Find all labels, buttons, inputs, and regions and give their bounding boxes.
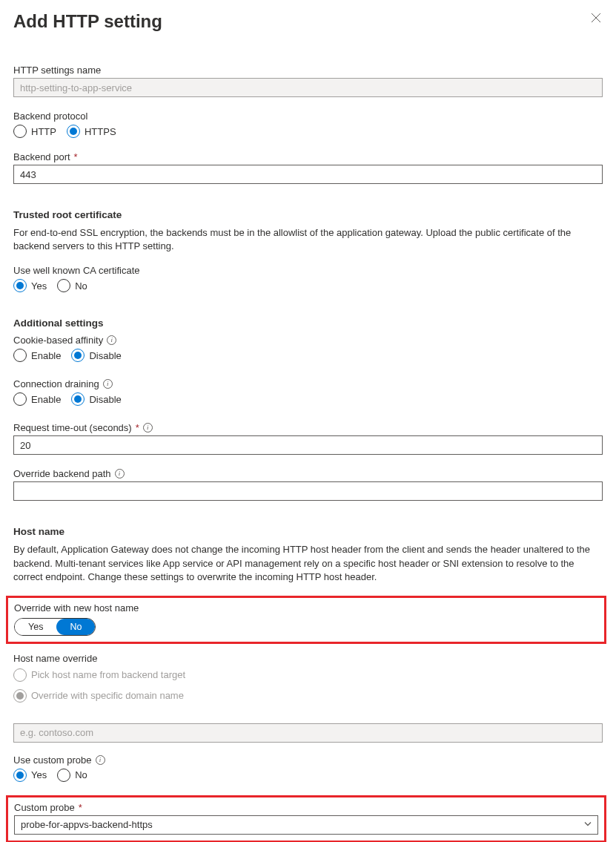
info-icon[interactable]: i [107,335,116,345]
use-probe-no-label: No [75,769,87,780]
toggle-yes[interactable]: Yes [15,619,56,635]
hostname-title: Host name [13,526,603,537]
info-icon[interactable]: i [143,423,153,432]
toggle-no[interactable]: No [56,619,95,635]
trusted-root-desc: For end-to-end SSL encryption, the backe… [13,226,603,253]
backend-port-label: Backend port* [13,151,603,162]
override-hostname-label: Override with new host name [14,602,598,614]
override-path-label: Override backend path i [13,468,603,479]
use-custom-probe-label: Use custom probe i [13,754,603,766]
use-ca-label: Use well known CA certificate [13,265,603,276]
custom-probe-highlight: Custom probe* [6,795,606,842]
hostname-desc: By default, Application Gateway does not… [13,543,603,584]
use-probe-yes-radio[interactable]: Yes [13,769,47,782]
page-title: Add HTTP setting [13,11,162,32]
trusted-root-title: Trusted root certificate [13,209,603,220]
use-probe-yes-label: Yes [31,769,47,780]
cookie-affinity-label: Cookie-based affinity i [13,335,603,346]
custom-probe-select[interactable] [14,815,598,835]
use-ca-yes-label: Yes [31,280,47,292]
http-name-label: HTTP settings name [13,65,603,76]
additional-title: Additional settings [13,318,603,329]
custom-probe-label: Custom probe* [14,802,598,813]
info-icon[interactable]: i [96,755,105,765]
use-probe-no-radio[interactable]: No [57,769,87,782]
backend-protocol-label: Backend protocol [13,111,603,122]
protocol-http-radio[interactable]: HTTP [13,125,56,138]
pick-from-backend-label: Pick host name from backend target [31,669,185,680]
http-name-input[interactable] [13,78,603,97]
pick-from-backend-radio: Pick host name from backend target [13,668,603,682]
cookie-enable-label: Enable [31,350,61,361]
backend-port-input[interactable] [13,165,603,184]
hostname-override-option-label: Host name override [13,653,603,664]
drain-enable-label: Enable [31,394,61,405]
override-specific-label: Override with specific domain name [31,690,184,701]
info-icon[interactable]: i [103,379,113,389]
timeout-label: Request time-out (seconds)* i [13,422,603,433]
drain-disable-radio[interactable]: Disable [71,392,121,406]
protocol-https-label: HTTPS [85,126,116,137]
cookie-disable-radio[interactable]: Disable [71,349,121,362]
override-hostname-toggle[interactable]: Yes No [14,618,96,636]
close-button[interactable] [589,11,603,27]
drain-label: Connection draining i [13,378,603,389]
protocol-https-radio[interactable]: HTTPS [67,125,116,138]
protocol-http-label: HTTP [31,126,56,137]
domain-name-input [13,723,603,743]
close-icon [591,13,601,23]
cookie-enable-radio[interactable]: Enable [13,349,61,362]
drain-disable-label: Disable [89,394,121,405]
timeout-input[interactable] [13,435,603,455]
info-icon[interactable]: i [115,469,125,478]
use-ca-no-label: No [75,280,87,292]
override-hostname-highlight: Override with new host name Yes No [6,596,606,644]
use-ca-no-radio[interactable]: No [57,279,87,292]
cookie-disable-label: Disable [89,350,121,361]
use-ca-yes-radio[interactable]: Yes [13,279,47,292]
override-specific-radio: Override with specific domain name [13,689,603,703]
override-path-input[interactable] [13,481,603,501]
drain-enable-radio[interactable]: Enable [13,392,61,406]
